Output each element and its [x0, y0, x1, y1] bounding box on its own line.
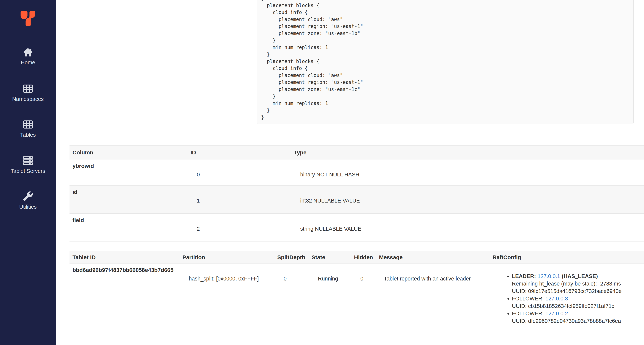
raft-leader-ip-link[interactable]: 127.0.0.1	[538, 273, 560, 279]
yugabyte-logo-icon	[20, 11, 36, 27]
tablet-raft-config: LEADER:127.0.0.1(HAS_LEASE) Remaining ht…	[490, 263, 644, 331]
raft-uuid: UUID: cb15b81852634fcf959ffe027f1af71c	[512, 302, 644, 310]
tablet-state: Running	[308, 263, 351, 331]
replication-info-code: } placement_blocks { cloud_info { placem…	[256, 0, 634, 124]
column-id: 0	[188, 159, 291, 185]
col-header-type: Type	[291, 149, 644, 156]
col-header-raftconfig: RaftConfig	[490, 254, 644, 260]
raft-follower-ip-link[interactable]: 127.0.0.2	[546, 310, 568, 316]
tablet-partition: hash_split: [0x0000, 0xFFFF]	[180, 263, 274, 331]
table-row: id 1 int32 NULLABLE VALUE	[70, 186, 644, 214]
raft-config-list: LEADER:127.0.0.1(HAS_LEASE) Remaining ht…	[490, 272, 644, 325]
column-name: field	[70, 214, 188, 241]
columns-table-header: Column ID Type	[70, 145, 644, 159]
raft-uuid: UUID: 09fc17e515da416793cc732bace6940e	[512, 287, 644, 295]
sidebar: Home Namespaces Tables	[0, 0, 56, 345]
sidebar-item-utilities[interactable]: Utilities	[0, 191, 56, 210]
column-type: string NULLABLE VALUE	[291, 214, 644, 241]
col-header-id: ID	[188, 149, 291, 156]
raft-follower-ip-link[interactable]: 127.0.0.3	[546, 295, 568, 301]
col-header-partition: Partition	[180, 254, 274, 260]
column-name: id	[70, 186, 188, 213]
raft-follower-entry: FOLLOWER:127.0.0.2 UUID: dfe2960782d0473…	[512, 310, 644, 325]
tablet-id: bbd6ad96b97f4837bb66058e43b7d665	[70, 263, 180, 331]
tablet-message: Tablet reported with an active leader	[376, 263, 490, 331]
col-header-state: State	[308, 254, 351, 260]
raft-role-label: FOLLOWER:	[512, 295, 544, 301]
sidebar-item-label: Utilities	[0, 204, 56, 210]
wrench-icon	[0, 191, 56, 203]
raft-follower-entry: FOLLOWER:127.0.0.3 UUID: cb15b81852634fc…	[512, 295, 644, 310]
raft-lease-detail: Remaining ht_lease (may be stale): -2783…	[512, 280, 644, 287]
column-id: 2	[188, 214, 291, 241]
column-type: binary NOT NULL HASH	[291, 159, 644, 185]
home-icon	[0, 47, 56, 58]
column-id: 1	[188, 186, 291, 213]
raft-role-label: FOLLOWER:	[512, 310, 544, 316]
raft-role-label: LEADER:	[512, 273, 536, 279]
tablet-hidden: 0	[351, 263, 376, 331]
grid-table-icon	[0, 119, 56, 131]
sidebar-item-label: Home	[0, 60, 56, 65]
col-header-hidden: Hidden	[351, 254, 376, 260]
tablets-table-header: Tablet ID Partition SplitDepth State Hid…	[70, 251, 644, 263]
tablet-split-depth: 0	[274, 263, 308, 331]
sidebar-item-home[interactable]: Home	[0, 47, 56, 65]
tablet-row: bbd6ad96b97f4837bb66058e43b7d665 hash_sp…	[70, 263, 644, 331]
table-row: ybrowid 0 binary NOT NULL HASH	[70, 159, 644, 186]
col-header-message: Message	[376, 254, 490, 260]
yugabyte-logo[interactable]	[20, 11, 36, 27]
column-type: int32 NULLABLE VALUE	[291, 186, 644, 213]
table-row: field 2 string NULLABLE VALUE	[70, 214, 644, 241]
col-header-tablet-id: Tablet ID	[70, 254, 180, 260]
page: Home Namespaces Tables	[0, 0, 644, 345]
columns-table: Column ID Type ybrowid 0 binary NOT NULL…	[70, 145, 644, 241]
sidebar-item-tables[interactable]: Tables	[0, 119, 56, 138]
column-name: ybrowid	[70, 159, 188, 185]
raft-lease-badge: (HAS_LEASE)	[562, 273, 598, 279]
sidebar-item-label: Tablet Servers	[0, 168, 56, 174]
tablets-table: Tablet ID Partition SplitDepth State Hid…	[70, 251, 644, 331]
col-header-splitdepth: SplitDepth	[274, 254, 308, 260]
sidebar-item-label: Tables	[0, 132, 56, 138]
sidebar-item-tablet-servers[interactable]: Tablet Servers	[0, 155, 56, 174]
servers-icon	[0, 155, 56, 167]
sidebar-item-namespaces[interactable]: Namespaces	[0, 83, 56, 102]
sidebar-item-label: Namespaces	[0, 96, 56, 102]
grid-table-icon	[0, 83, 56, 95]
raft-uuid: UUID: dfe2960782d04730a93a78b88a7fc6ea	[512, 317, 644, 325]
col-header-column: Column	[70, 149, 188, 156]
raft-leader-entry: LEADER:127.0.0.1(HAS_LEASE) Remaining ht…	[512, 272, 644, 295]
